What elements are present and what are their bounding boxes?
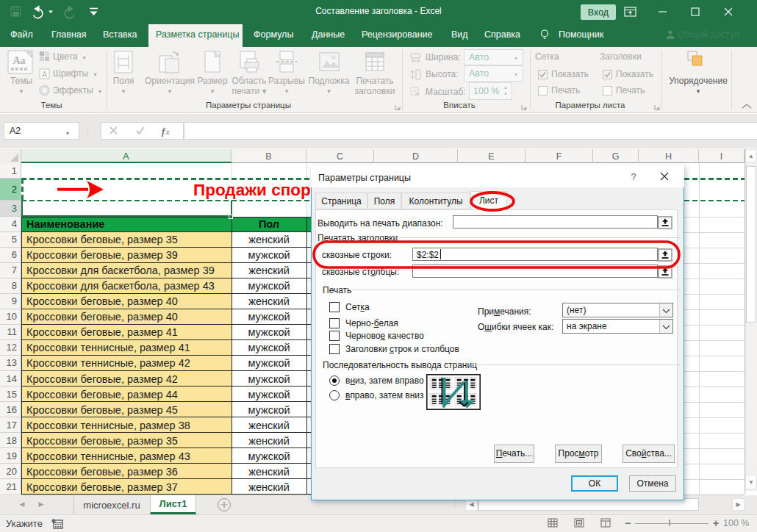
svg-text:x: x [165, 128, 170, 136]
svg-text:A: A [42, 71, 47, 79]
svg-text:Aa: Aa [12, 55, 25, 66]
